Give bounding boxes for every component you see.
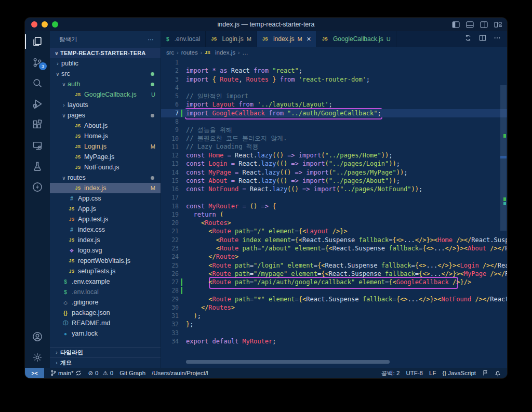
js-file-icon: JS: [74, 144, 82, 149]
breadcrumb-item[interactable]: src: [166, 49, 174, 56]
file-path-item: /Users/zauin/Project/lecture/try/temp-re…: [152, 370, 208, 376]
tree-file-.gitignore[interactable]: ◇.gitignore: [50, 297, 161, 308]
activity-search[interactable]: [25, 73, 50, 94]
tree-file-yarn.lock[interactable]: ●yarn.lock: [50, 328, 161, 339]
js-file-icon: JS: [205, 50, 210, 55]
tree-file-index.js[interactable]: JSindex.js: [50, 235, 161, 245]
activity-extensions[interactable]: [25, 114, 50, 135]
activity-thunder-client[interactable]: [25, 177, 50, 197]
breadcrumb[interactable]: src›routes›JSindex.js›…: [161, 47, 507, 58]
code-line-1: 1: [161, 58, 507, 67]
problems-item[interactable]: ⊘0 ⚠0: [88, 369, 113, 377]
eol-item[interactable]: LF: [429, 370, 436, 376]
tree-file-Login.js[interactable]: JSLogin.jsM: [50, 141, 161, 152]
tree-file-index.js[interactable]: JSindex.jsM: [50, 183, 161, 193]
tree-item-label: src: [61, 70, 70, 77]
tree-folder-src[interactable]: ∨src: [50, 69, 161, 79]
git-graph-item[interactable]: Git Graph: [119, 370, 145, 376]
tree-file-App.js[interactable]: JSApp.js: [50, 204, 161, 214]
tree-item-label: App.js: [78, 205, 96, 212]
tree-file-.env.example[interactable]: $.env.example: [50, 276, 161, 287]
split-editor-icon[interactable]: [479, 34, 486, 44]
activity-account[interactable]: [25, 326, 50, 347]
activity-testing[interactable]: [25, 156, 50, 177]
tree-file-setupTests.js[interactable]: JSsetupTests.js: [50, 266, 161, 276]
line-number: 31: [161, 312, 179, 320]
extension-flag-icon[interactable]: [482, 370, 488, 376]
tree-file-Home.js[interactable]: JSHome.js: [50, 131, 161, 141]
tree-file-App.test.js[interactable]: JSApp.test.js: [50, 214, 161, 224]
panel-개요[interactable]: ›개요: [50, 357, 161, 368]
tree-folder-pages[interactable]: ∨pages: [50, 110, 161, 121]
activity-remote-explorer[interactable]: [25, 135, 50, 156]
activity-explorer[interactable]: [25, 31, 50, 52]
tab-Login.js[interactable]: JSLogin.jsM: [206, 31, 257, 47]
line-number: 2: [161, 67, 179, 74]
tree-file-App.css[interactable]: #App.css: [50, 193, 161, 204]
source-control-badge: 3: [39, 62, 47, 70]
gutter: [179, 84, 186, 92]
git-status-badge: M: [151, 185, 155, 191]
tree-folder-public[interactable]: ›public: [50, 58, 161, 69]
remote-indicator[interactable]: ><: [25, 368, 44, 378]
tree-file-GoogleCallback.js[interactable]: JSGoogleCallback.jsU: [50, 89, 161, 100]
tree-file-reportWebVitals.js[interactable]: JSreportWebVitals.js: [50, 256, 161, 266]
activity-run-debug[interactable]: [25, 94, 50, 114]
vertical-scrollbar[interactable]: [500, 85, 507, 368]
gutter: [179, 202, 186, 210]
git-branch-item[interactable]: main*: [50, 370, 82, 376]
language-mode-item[interactable]: {} JavaScript: [442, 370, 476, 376]
activity-bar: 3: [25, 31, 50, 368]
git-status-badge: U: [151, 91, 155, 98]
layout-controls: [452, 18, 502, 31]
panel-타임라인[interactable]: ›타임라인: [50, 347, 161, 357]
md-file-icon: ⓘ: [61, 320, 70, 327]
encoding-item[interactable]: UTF-8: [406, 370, 423, 376]
tree-file-README.md[interactable]: ⓘREADME.md: [50, 318, 161, 328]
tree-file-MyPage.js[interactable]: JSMyPage.js: [50, 152, 161, 162]
open-changes-icon[interactable]: [464, 34, 472, 44]
tree-file-logo.svg[interactable]: ❖logo.svg: [50, 245, 161, 256]
gutter: [179, 236, 186, 244]
code-line-15: 15const About = React.lazy(() => import(…: [161, 177, 507, 185]
explorer-more-icon[interactable]: ⋯: [148, 36, 155, 43]
tree-item-label: auth: [68, 81, 80, 88]
more-actions-icon[interactable]: [494, 34, 501, 44]
tree-item-label: GoogleCallback.js: [84, 91, 137, 98]
breadcrumb-item[interactable]: routes: [181, 49, 198, 56]
code-line-21: 21 <Route path="/" element={<Layout />}>: [161, 227, 507, 235]
env-file-icon: $: [166, 36, 169, 42]
tab-GoogleCallback.js[interactable]: JSGoogleCallback.jsU: [317, 31, 396, 47]
close-tab-icon[interactable]: ✕: [307, 36, 311, 43]
project-root-row[interactable]: ∨ TEMP-REACT-STARTER-TERA: [50, 48, 161, 58]
chevron-right-icon: ›: [54, 61, 61, 67]
breadcrumb-item[interactable]: …: [242, 49, 248, 56]
horizontal-scrollbar[interactable]: [186, 360, 390, 364]
tree-file-.env.local[interactable]: $.env.local: [50, 287, 161, 297]
line-number: 18: [161, 203, 179, 210]
notifications-bell-icon[interactable]: [495, 370, 501, 377]
tree-file-NotFound.js[interactable]: JSNotFound.js: [50, 162, 161, 172]
toggle-panel-icon[interactable]: [466, 21, 474, 28]
js-file-icon: JS: [322, 36, 328, 42]
indentation-item[interactable]: 공백: 2: [381, 369, 400, 377]
line-number: 8: [161, 118, 179, 125]
tab-.env.local[interactable]: $.env.local: [161, 31, 206, 47]
git-status-dot: [151, 114, 154, 117]
tree-folder-auth[interactable]: ∨auth: [50, 79, 161, 89]
tree-file-About.js[interactable]: JSAbout.js: [50, 121, 161, 131]
tree-file-package.json[interactable]: {}package.json: [50, 308, 161, 318]
tree-folder-layouts[interactable]: ›layouts: [50, 100, 161, 110]
tree-file-index.css[interactable]: #index.css: [50, 224, 161, 235]
code-editor[interactable]: 12import * as React from "react";3import…: [161, 58, 507, 368]
line-number: 10: [161, 135, 179, 142]
customize-layout-icon[interactable]: [494, 21, 502, 28]
tab-index.js[interactable]: JSindex.jsM✕: [257, 31, 317, 47]
breadcrumb-item[interactable]: index.js: [215, 49, 235, 56]
tree-folder-routes[interactable]: ∨routes: [50, 172, 161, 183]
activity-source-control[interactable]: 3: [25, 52, 50, 73]
toggle-sidebar-icon[interactable]: [452, 21, 460, 28]
toggle-secondary-sidebar-icon[interactable]: [480, 21, 488, 28]
git-status-badge: M: [298, 36, 302, 42]
activity-settings[interactable]: [25, 347, 50, 368]
